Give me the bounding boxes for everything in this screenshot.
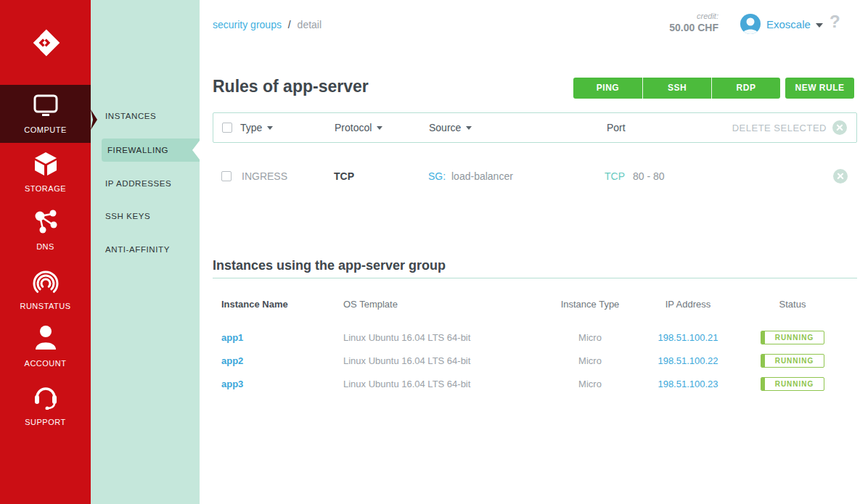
sidebar-item-label: RUNSTATUS xyxy=(20,302,70,310)
submenu-item-anti-affinity[interactable]: ANTI-AFFINITY xyxy=(91,238,200,261)
column-header-status: Status xyxy=(728,299,857,310)
rules-table-header: Type Protocol Source Port DELETE SELECTE… xyxy=(213,112,857,143)
signal-arcs-icon xyxy=(31,266,60,297)
instance-name-link[interactable]: app2 xyxy=(213,355,335,366)
credit-display: credit: 50.00 CHF xyxy=(669,12,718,33)
breadcrumb-current: detail xyxy=(298,19,322,30)
status-badge: RUNNING xyxy=(761,331,824,344)
column-header-instance-type: Instance Type xyxy=(532,299,648,310)
instances-section-title: Instances using the app-server group xyxy=(213,258,857,278)
status-badge-label: RUNNING xyxy=(765,331,824,344)
sidebar-item-runstatus[interactable]: RUNSTATUS xyxy=(0,259,91,317)
column-header-label: Port xyxy=(607,122,626,133)
account-menu[interactable]: Exoscale xyxy=(766,18,823,30)
help-button[interactable]: ? xyxy=(830,12,840,32)
page-title: Rules of app-server xyxy=(213,77,369,96)
main-content: security groups / detail credit: 50.00 C… xyxy=(200,0,860,504)
instance-ip-link[interactable]: 198.51.100.23 xyxy=(648,379,728,389)
network-nodes-icon xyxy=(33,210,58,237)
sidebar-item-label: SUPPORT xyxy=(25,418,65,426)
select-all-checkbox[interactable] xyxy=(222,123,232,133)
credit-label: credit: xyxy=(669,12,718,20)
sidebar-item-compute[interactable]: COMPUTE xyxy=(0,85,91,143)
submenu-item-label: FIREWALLING xyxy=(107,146,168,154)
cube-icon xyxy=(33,152,59,179)
instance-os-template: Linux Ubuntu 16.04 LTS 64-bit xyxy=(335,332,532,343)
table-row: app3 Linux Ubuntu 16.04 LTS 64-bit Micro… xyxy=(213,372,857,395)
table-row: app1 Linux Ubuntu 16.04 LTS 64-bit Micro… xyxy=(213,326,857,349)
breadcrumb-separator: / xyxy=(288,19,291,30)
ssh-button[interactable]: SSH xyxy=(642,78,711,99)
column-header-ip-address: IP Address xyxy=(648,299,728,310)
exoscale-logo-icon xyxy=(29,28,62,58)
column-header-source[interactable]: Source xyxy=(429,122,472,133)
breadcrumb-security-groups-link[interactable]: security groups xyxy=(213,19,282,30)
instance-os-template: Linux Ubuntu 16.04 LTS 64-bit xyxy=(335,355,532,366)
rdp-button[interactable]: RDP xyxy=(711,78,780,99)
instance-type: Micro xyxy=(532,355,648,366)
table-row: app2 Linux Ubuntu 16.04 LTS 64-bit Micro… xyxy=(213,349,857,372)
instance-name-link[interactable]: app1 xyxy=(213,332,335,343)
delete-selected-button[interactable]: DELETE SELECTED xyxy=(732,123,827,133)
rule-source-kind-link[interactable]: SG: xyxy=(428,170,446,182)
instances-table: Instance Name OS Template Instance Type … xyxy=(213,294,857,395)
sidebar-item-storage[interactable]: STORAGE xyxy=(0,143,91,201)
rule-checkbox[interactable] xyxy=(221,171,232,181)
instance-status-cell: RUNNING xyxy=(728,331,857,344)
column-header-type[interactable]: Type xyxy=(240,122,273,133)
submenu-item-label: INSTANCES xyxy=(105,112,156,120)
instance-type: Micro xyxy=(532,332,648,343)
sidebar-item-account[interactable]: ACCOUNT xyxy=(0,317,91,375)
column-header-label: Source xyxy=(429,122,461,133)
submenu-item-firewalling[interactable]: FIREWALLING xyxy=(102,139,200,162)
column-header-instance-name: Instance Name xyxy=(213,299,335,310)
headset-icon xyxy=(33,382,59,413)
instance-ip-link[interactable]: 198.51.100.22 xyxy=(648,355,728,366)
exoscale-logo[interactable] xyxy=(0,0,91,85)
sort-caret-icon xyxy=(466,126,472,130)
column-header-protocol[interactable]: Protocol xyxy=(335,122,382,133)
action-buttons: PING SSH RDP NEW RULE xyxy=(573,78,854,99)
sidebar-item-label: COMPUTE xyxy=(24,125,67,134)
new-rule-button[interactable]: NEW RULE xyxy=(785,78,854,99)
account-name: Exoscale xyxy=(766,18,811,30)
instance-os-template: Linux Ubuntu 16.04 LTS 64-bit xyxy=(335,379,532,389)
compute-submenu: INSTANCES FIREWALLING IP ADDRESSES SSH K… xyxy=(91,0,200,504)
avatar-person-icon xyxy=(740,14,761,34)
sidebar-item-label: STORAGE xyxy=(25,184,66,193)
person-icon xyxy=(34,325,57,354)
connection-button-group: PING SSH RDP xyxy=(573,78,780,99)
rule-type: INGRESS xyxy=(242,170,287,182)
column-header-os-template: OS Template xyxy=(335,299,532,310)
submenu-item-label: SSH KEYS xyxy=(105,212,150,220)
status-badge: RUNNING xyxy=(761,354,824,368)
submenu-item-instances[interactable]: INSTANCES xyxy=(91,104,200,128)
submenu-item-ssh-keys[interactable]: SSH KEYS xyxy=(91,205,200,228)
instance-name-link[interactable]: app3 xyxy=(213,379,335,389)
sort-caret-icon xyxy=(377,126,382,130)
rule-row: INGRESS TCP SG: load-balancer TCP 80 - 8… xyxy=(213,161,857,191)
rule-port-protocol: TCP xyxy=(605,170,625,182)
sort-caret-icon xyxy=(267,126,273,130)
monitor-icon xyxy=(32,94,60,120)
delete-selected-x-icon[interactable] xyxy=(832,120,847,135)
status-badge-label: RUNNING xyxy=(765,355,824,367)
instance-ip-link[interactable]: 198.51.100.21 xyxy=(648,332,728,343)
status-badge: RUNNING xyxy=(761,377,824,391)
sidebar-item-dns[interactable]: DNS xyxy=(0,201,91,259)
instance-type: Micro xyxy=(532,379,648,389)
submenu-item-ip-addresses[interactable]: IP ADDRESSES xyxy=(91,172,200,195)
sidebar-item-support[interactable]: SUPPORT xyxy=(0,375,91,433)
avatar[interactable] xyxy=(740,14,761,34)
column-header-port: Port xyxy=(607,122,626,133)
rule-source-name: load-balancer xyxy=(451,170,513,182)
credit-value: 50.00 CHF xyxy=(669,22,718,33)
ping-button[interactable]: PING xyxy=(573,78,642,99)
primary-sidebar: COMPUTE STORAGE DNS xyxy=(0,0,91,504)
instance-status-cell: RUNNING xyxy=(728,377,857,391)
sidebar-item-label: ACCOUNT xyxy=(25,359,67,368)
chevron-down-icon xyxy=(816,23,823,28)
rule-port-range: 80 - 80 xyxy=(633,170,665,182)
instance-status-cell: RUNNING xyxy=(728,354,857,368)
delete-rule-x-icon[interactable] xyxy=(833,169,848,183)
